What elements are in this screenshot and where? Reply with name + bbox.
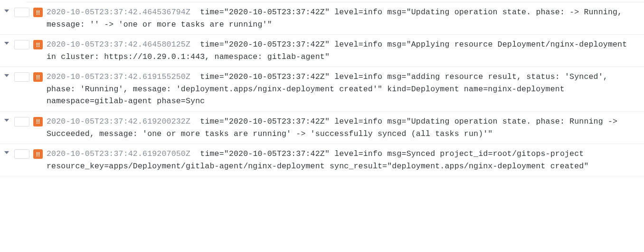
log-timestamp: 2020-10-05T23:37:42.464580125Z: [47, 40, 190, 49]
log-row-gutter: !!: [3, 39, 43, 49]
log-list: !! 2020-10-05T23:37:42.464536794Z time="…: [0, 0, 644, 176]
chevron-down-icon[interactable]: [3, 39, 10, 47]
severity-colorbox[interactable]: [14, 117, 29, 126]
warning-badge-icon: !!: [33, 8, 43, 17]
log-timestamp: 2020-10-05T23:37:42.619200232Z: [47, 117, 190, 126]
severity-colorbox[interactable]: [14, 40, 29, 49]
chevron-down-icon[interactable]: [3, 7, 10, 15]
log-content: 2020-10-05T23:37:42.619207050Z time="202…: [47, 148, 639, 172]
log-row[interactable]: !! 2020-10-05T23:37:42.619207050Z time="…: [0, 144, 644, 176]
log-row-gutter: !!: [3, 116, 43, 126]
log-row[interactable]: !! 2020-10-05T23:37:42.619200232Z time="…: [0, 112, 644, 144]
severity-colorbox[interactable]: [14, 149, 29, 159]
warning-badge-icon: !!: [33, 40, 43, 49]
severity-colorbox[interactable]: [14, 72, 29, 82]
severity-colorbox[interactable]: [14, 8, 29, 17]
log-row-gutter: !!: [3, 6, 43, 17]
chevron-down-icon[interactable]: [3, 149, 10, 156]
log-timestamp: 2020-10-05T23:37:42.619207050Z: [47, 149, 190, 158]
log-row[interactable]: !! 2020-10-05T23:37:42.464536794Z time="…: [0, 2, 644, 35]
log-content: 2020-10-05T23:37:42.464536794Z time="202…: [47, 6, 639, 30]
warning-badge-icon: !!: [33, 72, 43, 82]
warning-badge-icon: !!: [33, 149, 43, 159]
log-content: 2020-10-05T23:37:42.619200232Z time="202…: [47, 116, 639, 140]
log-row-gutter: !!: [3, 148, 43, 159]
chevron-down-icon[interactable]: [3, 72, 10, 79]
warning-badge-icon: !!: [33, 117, 43, 126]
log-row[interactable]: !! 2020-10-05T23:37:42.619155250Z time="…: [0, 67, 644, 112]
log-content: 2020-10-05T23:37:42.464580125Z time="202…: [47, 39, 639, 63]
log-timestamp: 2020-10-05T23:37:42.619155250Z: [47, 72, 190, 81]
log-row[interactable]: !! 2020-10-05T23:37:42.464580125Z time="…: [0, 35, 644, 67]
log-timestamp: 2020-10-05T23:37:42.464536794Z: [47, 8, 190, 17]
log-row-gutter: !!: [3, 71, 43, 82]
log-content: 2020-10-05T23:37:42.619155250Z time="202…: [47, 71, 639, 107]
chevron-down-icon[interactable]: [3, 116, 10, 124]
